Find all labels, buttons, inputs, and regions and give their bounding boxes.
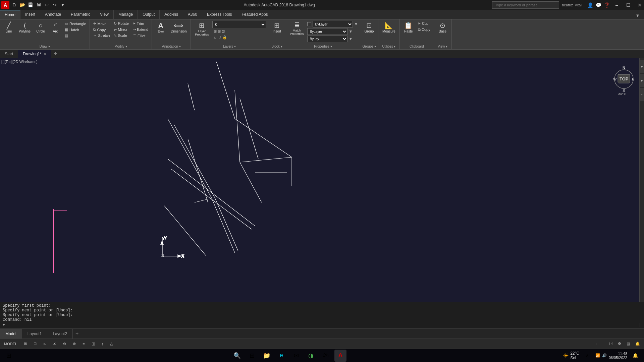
scale-button[interactable]: ⤡ Scale xyxy=(112,33,130,39)
annotmon-btn[interactable]: △ xyxy=(109,341,114,347)
edge-btn[interactable]: e xyxy=(275,350,287,362)
rectangle-button[interactable]: ▭ Rectangle xyxy=(63,21,88,26)
command-input[interactable] xyxy=(6,322,638,327)
rotate-button[interactable]: ↻ Rotate xyxy=(112,21,130,26)
selcycle-btn[interactable]: ↕ xyxy=(100,341,105,347)
insert-button[interactable]: ⊞ Insert xyxy=(270,21,284,35)
undo-button[interactable]: ↩ xyxy=(43,1,50,9)
color-dropdown-arrow[interactable]: ▼ xyxy=(354,22,358,26)
tab-express[interactable]: Express Tools xyxy=(202,10,237,19)
file-explorer-btn[interactable]: 📁 xyxy=(261,350,273,362)
paste-button[interactable]: 📋 Paste xyxy=(402,21,415,35)
text-button[interactable]: A Text xyxy=(154,21,167,35)
extend-button[interactable]: ⇢ Extend xyxy=(131,27,150,33)
base-button[interactable]: ⊙ Base xyxy=(436,21,449,35)
group-button[interactable]: ⊡ Group xyxy=(362,21,376,35)
search-taskbar-btn[interactable]: 🔍 xyxy=(231,350,243,362)
hatch-button[interactable]: ▦ Hatch xyxy=(63,27,88,33)
new-button[interactable]: 🗋 xyxy=(11,1,18,9)
properties-label[interactable]: Properties ▾ xyxy=(288,44,358,48)
close-button[interactable]: ✕ xyxy=(635,1,644,9)
cut-button[interactable]: ✂ Cut xyxy=(417,21,432,26)
doc-tab-start[interactable]: Start xyxy=(0,50,18,58)
layers-label[interactable]: Layers ▾ xyxy=(193,44,266,48)
gradient-button[interactable]: ▤ xyxy=(63,33,88,39)
panel-btn-3[interactable]: × xyxy=(640,88,644,101)
ui-btn[interactable]: ▤ xyxy=(625,341,631,347)
match-properties-button[interactable]: ≣ MatchProperties xyxy=(288,21,306,37)
mirror-button[interactable]: ⇌ Mirror xyxy=(112,27,130,33)
osnap-btn[interactable]: ⊙ xyxy=(62,341,67,347)
task-view-btn[interactable]: ⊞ xyxy=(246,350,258,362)
layout-tab-layout2[interactable]: Layout2 xyxy=(47,329,73,339)
ortho-btn[interactable]: ⊾ xyxy=(42,341,48,347)
save-button[interactable]: 💾 xyxy=(27,1,34,9)
tab-insert[interactable]: Insert xyxy=(20,10,40,19)
copy-clipboard-button[interactable]: ⧉ Copy xyxy=(417,27,432,33)
layer-extra-1[interactable]: ⊞ ⊟ ⊡ xyxy=(212,28,266,34)
maximize-button[interactable]: ☐ xyxy=(624,1,633,9)
fillet-button[interactable]: ⌒ Fillet xyxy=(131,33,150,39)
transparency-btn[interactable]: ◫ xyxy=(90,341,96,347)
zoom-in-btn[interactable]: + xyxy=(594,341,598,347)
tab-view[interactable]: View xyxy=(95,10,114,19)
tab-manage[interactable]: Manage xyxy=(114,10,138,19)
customize-qa-button[interactable]: ▼ xyxy=(59,1,66,9)
ribbon-toggle[interactable]: ▼ xyxy=(634,12,641,19)
measure-button[interactable]: 📐 Measure xyxy=(380,21,397,35)
panel-btn-2[interactable]: ▶ xyxy=(640,74,644,87)
trim-button[interactable]: ✂ Trim xyxy=(131,21,150,26)
arc-button[interactable]: ◜ Arc xyxy=(49,21,62,35)
block-label[interactable]: Block ▾ xyxy=(270,44,284,48)
tab-home[interactable]: Home xyxy=(0,10,20,19)
minimize-button[interactable]: – xyxy=(612,1,621,9)
add-layout-tab[interactable]: + xyxy=(73,329,81,339)
panel-btn-1[interactable]: ▶ xyxy=(640,60,644,73)
tray-show-btn[interactable]: ∧ xyxy=(581,350,593,362)
tab-annotate[interactable]: Annotate xyxy=(40,10,66,19)
layout-tab-model[interactable]: Model xyxy=(0,329,22,339)
layout-tab-layout1[interactable]: Layout1 xyxy=(22,329,48,339)
color-select[interactable]: ByLayer xyxy=(313,21,353,27)
linetype-dropdown-arrow[interactable]: ▼ xyxy=(349,29,353,34)
dimension-button[interactable]: ⟺ Dimension xyxy=(169,21,189,35)
notify-btn[interactable]: 🔔 xyxy=(634,341,641,347)
otrack-btn[interactable]: ⊕ xyxy=(71,341,77,347)
lineweight-select[interactable]: ByLay... xyxy=(307,36,347,42)
linetype-select[interactable]: ByLayer xyxy=(307,28,347,35)
doc-tab-drawing1[interactable]: Drawing1* ✕ xyxy=(18,50,51,58)
search-input[interactable] xyxy=(492,1,559,9)
lineweight-dropdown-arrow[interactable]: ▼ xyxy=(349,37,353,41)
groups-label[interactable]: Groups ▾ xyxy=(362,44,376,48)
save-as-button[interactable]: 🖫 xyxy=(35,1,42,9)
drawing-canvas[interactable]: Y X Y X xyxy=(0,58,644,302)
canvas-area[interactable]: [-][Top][2D Wireframe] xyxy=(0,58,644,302)
polyline-button[interactable]: ⟨ Polyline xyxy=(17,21,33,35)
start-button[interactable]: ⊞ xyxy=(3,350,15,362)
line-button[interactable]: ╱ Line xyxy=(2,21,15,35)
tab-output[interactable]: Output xyxy=(138,10,160,19)
layer-select[interactable]: 0 xyxy=(212,21,266,28)
utilities-label[interactable]: Utilities ▾ xyxy=(380,44,397,48)
layer-extra-2[interactable]: ☼ ☽ 🔒 xyxy=(212,35,266,40)
notification-btn[interactable]: 🔔 xyxy=(629,350,641,362)
add-drawing-tab[interactable]: + xyxy=(51,49,60,58)
close-drawing-icon[interactable]: ✕ xyxy=(44,52,46,56)
circle-button[interactable]: ○ Circle xyxy=(34,21,47,35)
tab-parametric[interactable]: Parametric xyxy=(66,10,95,19)
tab-a360[interactable]: A360 xyxy=(183,10,202,19)
store-btn[interactable]: 🛍 xyxy=(320,350,332,362)
grid-btn[interactable]: ⊞ xyxy=(22,341,28,347)
autocad-taskbar-btn[interactable]: A xyxy=(334,350,346,362)
annotation-label[interactable]: Annotation ▾ xyxy=(154,44,189,48)
layer-properties-button[interactable]: ⊞ LayerProperties xyxy=(193,21,211,38)
workspace-btn[interactable]: ⚙ xyxy=(616,341,623,347)
redo-button[interactable]: ↪ xyxy=(51,1,58,9)
lineweight-btn[interactable]: ≡ xyxy=(81,341,86,347)
draw-label[interactable]: Draw ▾ xyxy=(2,44,88,48)
snap-btn[interactable]: ⊡ xyxy=(32,341,38,347)
stretch-button[interactable]: ↔ Stretch xyxy=(92,33,111,38)
zoom-out-btn[interactable]: − xyxy=(601,341,606,347)
open-button[interactable]: 📂 xyxy=(19,1,26,9)
polar-btn[interactable]: ∠ xyxy=(52,341,58,347)
